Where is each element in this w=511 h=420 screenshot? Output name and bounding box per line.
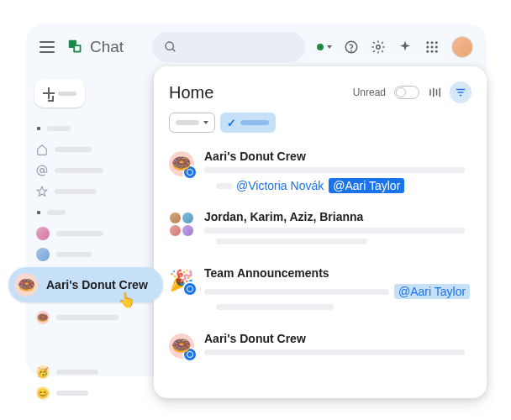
svg-point-17 — [40, 169, 45, 173]
filter-button[interactable] — [450, 81, 471, 103]
thread-title: Jordan, Karim, Aziz, Brianna — [204, 210, 471, 223]
space-badge-icon — [182, 165, 198, 180]
sidebar-item[interactable] — [34, 245, 140, 264]
menu-icon[interactable] — [40, 41, 55, 53]
toggle-icon — [394, 86, 419, 99]
sidebar-item[interactable]: 🍩 — [34, 308, 140, 327]
chat-logo: Chat — [66, 38, 124, 56]
mention-link[interactable]: @Victoria Novák — [236, 179, 324, 192]
sidebar-item[interactable]: 🥳 — [34, 363, 140, 381]
svg-rect-2 — [75, 46, 80, 51]
svg-point-8 — [426, 41, 429, 44]
thread-item[interactable]: Aari's Donut Crew — [154, 323, 487, 369]
svg-point-14 — [426, 50, 429, 53]
sidebar: 🍩 🥳 😊 — [26, 72, 148, 412]
thread-avatar — [169, 268, 194, 293]
svg-point-13 — [435, 46, 438, 49]
main-panel: Home Unread ✓ Aari's Donut Crew @Victori… — [154, 66, 487, 398]
thread-item[interactable]: Team Announcements @Aari Taylor — [154, 258, 487, 323]
page-title: Home — [169, 83, 213, 102]
svg-point-7 — [377, 45, 381, 50]
tooltip-label: Aari's Donut Crew — [46, 278, 148, 291]
space-badge-icon — [182, 281, 198, 297]
settings-icon[interactable] — [371, 39, 386, 55]
thread-title: Team Announcements — [204, 266, 471, 280]
thread-title: Aari's Donut Crew — [204, 150, 471, 163]
svg-point-9 — [431, 41, 434, 44]
thread-item[interactable]: Aari's Donut Crew @Victoria Novák @Aari … — [154, 141, 487, 202]
cursor-icon: 👆 — [118, 291, 135, 309]
filter-icon — [455, 87, 466, 98]
filter-chip-active[interactable]: ✓ — [220, 113, 276, 133]
status-indicator[interactable] — [317, 44, 332, 50]
sort-icon[interactable] — [428, 85, 443, 100]
thread-item[interactable]: Jordan, Karim, Aziz, Brianna — [154, 202, 487, 258]
compose-icon — [43, 87, 51, 99]
sidebar-item[interactable] — [34, 224, 140, 243]
tooltip-avatar: 🍩 — [14, 273, 38, 297]
star-icon — [36, 186, 48, 197]
svg-point-10 — [435, 41, 438, 44]
hover-tooltip[interactable]: 🍩 Aari's Donut Crew — [8, 267, 163, 302]
thread-avatar — [169, 212, 194, 237]
svg-point-3 — [166, 42, 173, 50]
thread-avatar — [169, 333, 194, 359]
svg-point-15 — [431, 50, 434, 53]
svg-point-6 — [351, 50, 352, 51]
help-icon[interactable] — [344, 39, 359, 55]
svg-point-12 — [431, 46, 434, 49]
sidebar-item[interactable] — [34, 182, 140, 201]
sidebar-item[interactable] — [34, 140, 140, 159]
svg-point-16 — [435, 50, 438, 53]
unread-toggle[interactable]: Unread — [353, 86, 419, 99]
app-name-label: Chat — [90, 38, 124, 56]
home-icon — [36, 144, 48, 155]
search-icon — [164, 40, 177, 54]
app-header: Chat — [26, 24, 487, 71]
filter-dropdown[interactable] — [169, 113, 215, 133]
thread-avatar — [169, 151, 194, 176]
mentions-icon — [36, 165, 48, 176]
unread-label: Unread — [353, 87, 386, 98]
new-chat-button[interactable] — [34, 79, 85, 108]
svg-line-4 — [172, 49, 175, 51]
svg-point-11 — [426, 46, 429, 49]
mention-chip[interactable]: @Aari Taylor — [394, 284, 470, 299]
sidebar-item[interactable]: 😊 — [34, 384, 140, 402]
sparkle-icon[interactable] — [398, 39, 413, 55]
sidebar-item[interactable] — [34, 161, 140, 180]
account-avatar[interactable] — [451, 36, 473, 58]
apps-icon[interactable] — [424, 39, 440, 55]
chat-app-icon — [66, 38, 85, 56]
thread-title: Aari's Donut Crew — [204, 332, 471, 345]
space-badge-icon — [182, 347, 198, 362]
search-input[interactable] — [152, 32, 305, 62]
mention-chip[interactable]: @Aari Taylor — [329, 178, 404, 193]
